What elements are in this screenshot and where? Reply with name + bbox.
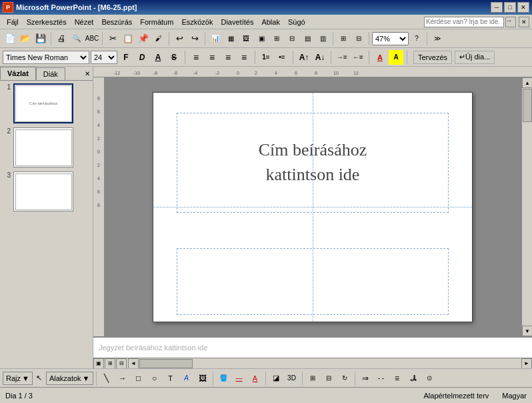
format-painter[interactable]: 🖌 bbox=[151, 31, 166, 46]
new-button[interactable]: 📄 bbox=[3, 31, 17, 46]
arrow-style[interactable]: ⇒ bbox=[358, 371, 373, 386]
shapes-button[interactable]: Alakzatok ▼ bbox=[46, 372, 93, 385]
draw-button[interactable]: Rajz ▼ bbox=[3, 372, 33, 385]
menu-view[interactable]: Nézet bbox=[71, 17, 98, 27]
view-normal-button[interactable]: ▣ bbox=[93, 358, 104, 369]
close-button[interactable]: ✕ bbox=[517, 2, 529, 13]
slide-thumb-3[interactable]: 3 bbox=[3, 171, 90, 212]
new-slide-button[interactable]: ↵Új dia... bbox=[455, 51, 495, 64]
increase-font-button[interactable]: A↑ bbox=[297, 50, 311, 65]
indent-more-button[interactable]: →≡ bbox=[335, 50, 349, 65]
scroll-track-h[interactable] bbox=[139, 358, 521, 369]
spell-button[interactable]: ABC bbox=[85, 31, 99, 46]
scroll-up-button[interactable]: ▲ bbox=[522, 77, 532, 88]
slide-preview-2[interactable] bbox=[13, 127, 73, 167]
align-button[interactable]: ⊞ bbox=[305, 371, 320, 386]
underline-button[interactable]: A bbox=[151, 50, 165, 65]
menu-insert[interactable]: Beszúrás bbox=[97, 17, 136, 27]
notes-placeholder[interactable]: Jegyzet beírásához kattintson ide bbox=[93, 336, 532, 358]
rotate-button[interactable]: ↻ bbox=[337, 371, 352, 386]
ellipse-tool[interactable]: ○ bbox=[147, 371, 162, 386]
slide-canvas[interactable]: Cím beírásához kattintson ide bbox=[153, 92, 473, 322]
list-bullet-button[interactable]: •≡ bbox=[275, 50, 289, 65]
picture-button[interactable]: 🏞 bbox=[406, 371, 421, 386]
slide-content-placeholder[interactable] bbox=[177, 248, 449, 315]
dash-style[interactable]: - - bbox=[374, 371, 389, 386]
text-highlight-button[interactable]: A bbox=[389, 50, 403, 65]
menu-edit[interactable]: Szerkesztés bbox=[23, 17, 71, 27]
font-name-select[interactable]: Times New Roman bbox=[3, 51, 89, 64]
menu-slideshow[interactable]: Diavetítés bbox=[217, 17, 257, 27]
scroll-right-button[interactable]: ► bbox=[521, 358, 532, 369]
cut-button[interactable]: ✂ bbox=[105, 31, 120, 46]
minimize-button[interactable]: ─ bbox=[491, 2, 503, 13]
shapes-dropdown-icon[interactable]: ▼ bbox=[83, 374, 90, 382]
align-right-button[interactable]: ≡ bbox=[221, 50, 235, 65]
menu-file[interactable]: Fájl bbox=[3, 17, 23, 27]
clipart-tool[interactable]: 🖼 bbox=[195, 371, 210, 386]
toolbar-btn-more5[interactable]: ▥ bbox=[315, 31, 330, 46]
open-button[interactable]: 📂 bbox=[18, 31, 33, 46]
insert-chart[interactable]: 📊 bbox=[208, 31, 223, 46]
toolbar-extra[interactable]: ≫ bbox=[430, 31, 445, 46]
textbox-tool[interactable]: T bbox=[163, 371, 178, 386]
insert-table[interactable]: ▦ bbox=[223, 31, 238, 46]
scroll-down-button[interactable]: ▼ bbox=[522, 326, 532, 336]
slide-thumb-2[interactable]: 2 bbox=[3, 127, 90, 167]
slide-thumb-1[interactable]: 1 Cím beírásához bbox=[3, 83, 90, 123]
arrow-tool[interactable]: → bbox=[115, 371, 130, 386]
font-size-select[interactable]: 2481012141820283648 bbox=[91, 51, 117, 64]
diagram-button[interactable]: ⊙ bbox=[422, 371, 437, 386]
menu-format[interactable]: Formátum bbox=[136, 17, 177, 27]
align-left-button[interactable]: ≡ bbox=[189, 50, 203, 65]
strikethrough-button[interactable]: S bbox=[167, 50, 181, 65]
print-button[interactable]: 🖨 bbox=[54, 31, 69, 46]
scroll-thumb-v[interactable] bbox=[523, 89, 532, 122]
slide-title-placeholder[interactable]: Cím beírásához kattintson ide bbox=[177, 113, 449, 213]
toolbar-btn-expand[interactable]: ⊞ bbox=[336, 31, 351, 46]
preview-button[interactable]: 🔍 bbox=[69, 31, 84, 46]
shadow-button[interactable]: ◪ bbox=[269, 371, 283, 386]
toolbar-btn-more4[interactable]: ▤ bbox=[300, 31, 315, 46]
decrease-font-button[interactable]: A↓ bbox=[313, 50, 327, 65]
draw-dropdown-icon[interactable]: ▼ bbox=[22, 374, 29, 382]
toolbar-btn-more2[interactable]: ⊞ bbox=[269, 31, 284, 46]
view-outline-button[interactable]: ⊞ bbox=[105, 358, 115, 369]
redo-button[interactable]: ↪ bbox=[187, 31, 202, 46]
menu-window[interactable]: Ablak bbox=[257, 17, 284, 27]
toolbar-btn-more1[interactable]: ▣ bbox=[254, 31, 269, 46]
zoom-help[interactable]: ? bbox=[409, 31, 424, 46]
font-color-bottom-button[interactable]: A bbox=[248, 371, 263, 386]
toolbar-btn-more3[interactable]: ⊟ bbox=[285, 31, 299, 46]
indent-less-button[interactable]: ←≡ bbox=[351, 50, 365, 65]
insert-picture[interactable]: 🖼 bbox=[239, 31, 253, 46]
zoom-select[interactable]: 47%25%33%50%66%75%100% bbox=[372, 32, 409, 45]
tab-vazlat[interactable]: Vázlat bbox=[0, 67, 36, 80]
design-button[interactable]: Tervezés bbox=[413, 51, 452, 64]
paste-button[interactable]: 📌 bbox=[136, 31, 151, 46]
scroll-thumb-h[interactable] bbox=[139, 359, 193, 368]
menu-search-button[interactable]: → bbox=[505, 17, 516, 27]
menu-help[interactable]: Súgó bbox=[284, 17, 309, 27]
slide-preview-3[interactable] bbox=[13, 171, 73, 212]
maximize-button[interactable]: □ bbox=[504, 2, 516, 13]
wordart-tool[interactable]: A bbox=[179, 371, 194, 386]
cursor-tool[interactable]: ↖ bbox=[34, 372, 45, 385]
scroll-track-v[interactable] bbox=[522, 88, 532, 326]
menu-search-input[interactable] bbox=[424, 17, 504, 27]
align-center-button[interactable]: ≡ bbox=[205, 50, 219, 65]
sidebar-close-button[interactable]: ✕ bbox=[82, 68, 93, 79]
rect-tool[interactable]: □ bbox=[131, 371, 146, 386]
slide-preview-1[interactable]: Cím beírásához bbox=[13, 83, 73, 123]
italic-button[interactable]: D bbox=[135, 50, 149, 65]
copy-button[interactable]: 📋 bbox=[121, 31, 135, 46]
list-num-button[interactable]: 1≡ bbox=[259, 50, 273, 65]
undo-button[interactable]: ↩ bbox=[172, 31, 187, 46]
3d-button[interactable]: 3D bbox=[285, 371, 299, 386]
menu-tools[interactable]: Eszközök bbox=[177, 17, 217, 27]
justify-button[interactable]: ≡ bbox=[237, 50, 251, 65]
line-color-button[interactable]: — bbox=[232, 371, 247, 386]
toolbar-btn-compress[interactable]: ⊟ bbox=[351, 31, 366, 46]
scroll-left-button[interactable]: ◄ bbox=[128, 358, 139, 369]
font-color-button[interactable]: A bbox=[373, 50, 387, 65]
